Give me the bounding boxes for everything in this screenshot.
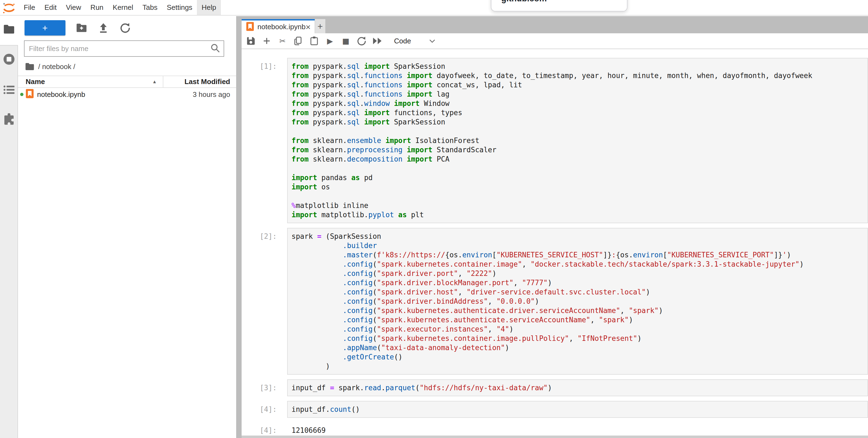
file-last-modified: 3 hours ago bbox=[193, 90, 236, 99]
filter-files-box bbox=[24, 40, 224, 57]
cell-execution-prompt: [2]: bbox=[242, 228, 287, 375]
add-cell-icon[interactable] bbox=[260, 35, 273, 47]
column-header-last-modified[interactable]: Last Modified bbox=[163, 76, 236, 87]
extension-manager-icon[interactable] bbox=[3, 113, 15, 125]
file-browser-icon[interactable] bbox=[3, 23, 15, 35]
restart-kernel-icon[interactable] bbox=[355, 35, 368, 47]
cell-execution-prompt: [1]: bbox=[242, 58, 287, 223]
menu-item-settings[interactable]: Settings bbox=[162, 0, 197, 15]
menu-item-file[interactable]: File bbox=[19, 0, 40, 15]
new-folder-icon[interactable] bbox=[76, 22, 87, 34]
code-cell-row: [2]:spark = (SparkSession .builder .mast… bbox=[242, 228, 868, 375]
tab-close-icon[interactable]: × bbox=[305, 23, 311, 31]
cell-type-value: Code bbox=[394, 37, 411, 45]
panel-splitter[interactable] bbox=[236, 16, 242, 438]
tab-notebook[interactable]: notebook.ipynb × bbox=[242, 19, 315, 33]
browser-notification-popup: github.com bbox=[491, 0, 627, 11]
notebook-tab-icon bbox=[246, 22, 254, 32]
cell-editor[interactable]: from pyspark.sql import SparkSession fro… bbox=[287, 58, 868, 223]
file-name: notebook.ipynb bbox=[37, 90, 193, 99]
jupyterlab-window: { "menu": { "items": ["File", "Edit", "V… bbox=[0, 0, 868, 438]
cell-type-dropdown[interactable]: Code bbox=[394, 37, 435, 45]
code-cell-row: [1]:from pyspark.sql import SparkSession… bbox=[242, 58, 868, 223]
file-row[interactable]: notebook.ipynb3 hours ago bbox=[18, 88, 236, 101]
file-browser-toolbar: + bbox=[18, 20, 236, 36]
upload-icon[interactable] bbox=[98, 22, 109, 34]
filter-files-input[interactable] bbox=[25, 45, 211, 53]
save-icon[interactable] bbox=[245, 35, 257, 47]
cell-execution-prompt: [4]: bbox=[242, 401, 287, 418]
notebook-toolbar: ✂ ▶ ■ Code bbox=[242, 33, 868, 49]
cell-editor[interactable]: input_df = spark.read.parquet("hdfs://hd… bbox=[287, 379, 868, 396]
menu-items: FileEditViewRunKernelTabsSettingsHelp bbox=[19, 0, 221, 15]
menu-item-help[interactable]: Help bbox=[197, 0, 221, 15]
left-sidebar-strip bbox=[0, 16, 18, 438]
home-folder-icon[interactable] bbox=[25, 63, 34, 70]
cell-editor[interactable]: spark = (SparkSession .builder .master(f… bbox=[287, 228, 868, 375]
new-launcher-button[interactable]: + bbox=[25, 20, 65, 35]
running-kernels-icon[interactable] bbox=[3, 53, 15, 65]
menu-item-view[interactable]: View bbox=[61, 0, 86, 15]
column-header-name[interactable]: Name ▲ bbox=[18, 78, 163, 86]
restart-run-all-icon[interactable] bbox=[371, 35, 384, 47]
kernel-running-dot bbox=[20, 93, 24, 96]
main-dock-panel: notebook.ipynb × + ✂ ▶ ■ Code bbox=[242, 16, 868, 438]
jupyter-logo-icon bbox=[2, 1, 16, 14]
table-of-contents-icon[interactable] bbox=[3, 84, 15, 96]
breadcrumb-path: / notebook / bbox=[38, 62, 75, 71]
sidebar-lower bbox=[0, 45, 18, 438]
run-cell-icon[interactable]: ▶ bbox=[324, 35, 336, 47]
popup-origin-text: github.com bbox=[501, 0, 547, 4]
chevron-down-icon bbox=[429, 37, 435, 45]
search-icon bbox=[211, 43, 220, 54]
menu-item-kernel[interactable]: Kernel bbox=[108, 0, 138, 15]
code-cell-row: [4]:input_df.count() bbox=[242, 401, 868, 418]
menu-item-run[interactable]: Run bbox=[86, 0, 108, 15]
refresh-file-list-icon[interactable] bbox=[119, 22, 131, 34]
breadcrumb[interactable]: / notebook / bbox=[25, 61, 75, 72]
notebook-content: [1]:from pyspark.sql import SparkSession… bbox=[242, 49, 868, 438]
file-listing-header: Name ▲ Last Modified bbox=[18, 76, 236, 88]
menu-item-edit[interactable]: Edit bbox=[40, 0, 61, 15]
paste-cells-icon[interactable] bbox=[308, 35, 320, 47]
sort-ascending-icon: ▲ bbox=[152, 79, 157, 85]
cell-editor[interactable]: input_df.count() bbox=[287, 401, 868, 418]
code-cell-row: [3]:input_df = spark.read.parquet("hdfs:… bbox=[242, 379, 868, 396]
copy-cells-icon[interactable] bbox=[292, 35, 305, 47]
sidebar-top bbox=[0, 16, 18, 45]
tab-bar: notebook.ipynb × + bbox=[242, 16, 868, 33]
file-listing: notebook.ipynb3 hours ago bbox=[18, 88, 236, 101]
tab-label: notebook.ipynb bbox=[257, 23, 305, 31]
menu-bar: FileEditViewRunKernelTabsSettingsHelp bbox=[0, 0, 868, 16]
cell-execution-prompt: [3]: bbox=[242, 379, 287, 396]
file-browser-panel: + / notebook / Name ▲ Last Modified note… bbox=[18, 16, 236, 438]
horizontal-scrollbar[interactable] bbox=[242, 436, 868, 438]
cut-cells-icon[interactable]: ✂ bbox=[276, 35, 289, 47]
new-tab-button[interactable]: + bbox=[315, 19, 325, 33]
stop-kernel-icon[interactable]: ■ bbox=[340, 35, 352, 47]
notebook-file-icon bbox=[26, 89, 34, 100]
menu-item-tabs[interactable]: Tabs bbox=[138, 0, 162, 15]
